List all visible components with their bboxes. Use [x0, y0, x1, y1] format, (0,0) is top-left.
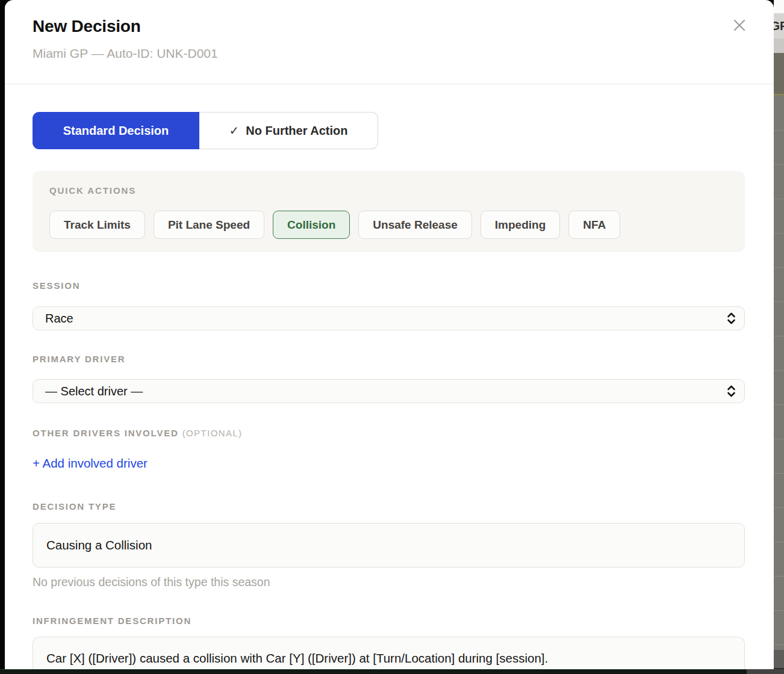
quick-action-unsafe-release[interactable]: Unsafe Release — [358, 211, 471, 239]
close-button[interactable] — [730, 16, 748, 34]
background-header-top — [774, 0, 784, 13]
quick-actions-row: Track Limits Pit Lane Speed Collision Un… — [49, 211, 620, 239]
session-label: SESSION — [33, 280, 80, 291]
quick-actions-panel: QUICK ACTIONS Track Limits Pit Lane Spee… — [33, 171, 745, 252]
add-involved-driver-link[interactable]: + Add involved driver — [33, 456, 148, 471]
other-drivers-optional-text: (OPTIONAL) — [182, 428, 243, 438]
select-chevrons-icon — [726, 384, 736, 398]
quick-actions-label: QUICK ACTIONS — [49, 185, 136, 196]
screen: GP New Decision Miami GP — Auto-ID: UNK-… — [0, 0, 784, 674]
quick-action-pit-lane-speed[interactable]: Pit Lane Speed — [154, 211, 264, 239]
screen-bottom-edge-right — [747, 669, 784, 674]
infringement-description-textarea[interactable]: Car [X] ([Driver]) caused a collision wi… — [33, 637, 745, 674]
decision-type-input[interactable]: Causing a Collision — [33, 523, 745, 567]
background-subheader — [774, 39, 784, 53]
other-drivers-label-text: OTHER DRIVERS INVOLVED — [33, 428, 179, 438]
decision-type-label: DECISION TYPE — [33, 501, 116, 512]
page-title: New Decision — [33, 17, 141, 36]
background-toolbar — [774, 53, 784, 95]
tab-no-further-action-label: No Further Action — [246, 124, 347, 138]
session-select[interactable]: Race — [33, 306, 745, 330]
primary-driver-select-value: — Select driver — — [45, 385, 143, 398]
close-icon — [732, 18, 747, 32]
tab-standard-decision[interactable]: Standard Decision — [33, 112, 199, 149]
screen-left-edge — [0, 0, 5, 674]
quick-action-nfa[interactable]: NFA — [568, 211, 620, 239]
quick-action-impeding[interactable]: Impeding — [481, 211, 560, 239]
other-drivers-label: OTHER DRIVERS INVOLVED (OPTIONAL) — [33, 428, 243, 438]
session-select-value: Race — [45, 312, 73, 326]
infringement-description-label: INFRINGEMENT DESCRIPTION — [33, 616, 191, 626]
select-chevrons-icon — [726, 311, 736, 326]
modal-subtitle: Miami GP — Auto-ID: UNK-D001 — [33, 46, 218, 61]
decision-mode-tabs: Standard Decision ✓ No Further Action — [33, 112, 378, 149]
quick-action-collision[interactable]: Collision — [273, 211, 350, 239]
primary-driver-select[interactable]: — Select driver — — [33, 379, 745, 403]
decision-type-helper-text: No previous decisions of this type this … — [33, 575, 270, 589]
background-table-footer — [774, 650, 784, 668]
background-page-title: GP — [774, 13, 784, 39]
background-table-rows — [774, 96, 784, 650]
quick-action-track-limits[interactable]: Track Limits — [49, 211, 145, 239]
check-icon: ✓ — [229, 123, 239, 138]
header-divider — [5, 84, 774, 84]
tab-no-further-action[interactable]: ✓ No Further Action — [199, 112, 378, 149]
background-page: GP — [774, 0, 784, 674]
primary-driver-label: PRIMARY DRIVER — [33, 354, 125, 364]
new-decision-modal: New Decision Miami GP — Auto-ID: UNK-D00… — [5, 0, 774, 674]
screen-bottom-edge — [0, 669, 747, 674]
